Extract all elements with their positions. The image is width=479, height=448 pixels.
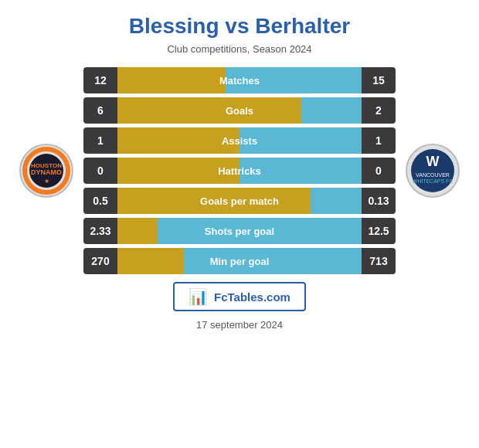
stat-row: 270Min per goal713 [83, 248, 396, 274]
stat-right-value: 2 [362, 104, 396, 117]
svg-text:DYNAMO: DYNAMO [31, 168, 62, 176]
stat-right-value: 713 [362, 255, 396, 267]
stat-label: Goals [226, 105, 253, 117]
stat-label: Min per goal [210, 256, 270, 267]
watermark-row: 📊 FcTables.com [173, 282, 306, 311]
watermark-text: FcTables.com [214, 290, 290, 304]
page-subtitle: Club competitions, Season 2024 [167, 43, 311, 55]
right-team-logo: W VANCOUVER WHITECAPS FC [402, 143, 464, 199]
stat-bar-area: Matches [117, 67, 362, 93]
stat-fill-right [240, 127, 362, 154]
stat-right-value: 12.5 [362, 225, 396, 237]
stat-left-value: 12 [83, 74, 117, 87]
dynamo-badge-svg: HOUSTON DYNAMO ★ [19, 143, 74, 199]
stat-left-value: 270 [83, 255, 117, 267]
page-container: Blessing vs Berhalter Club competitions,… [0, 0, 479, 448]
stat-label: Assists [222, 135, 257, 147]
stat-right-value: 0 [362, 165, 396, 177]
stat-row: 12Matches15 [83, 67, 396, 93]
stat-fill-left [117, 97, 301, 124]
svg-text:W: W [426, 154, 440, 169]
stat-left-value: 0.5 [83, 195, 117, 207]
left-team-logo: HOUSTON DYNAMO ★ [15, 143, 77, 199]
svg-text:VANCOUVER: VANCOUVER [416, 172, 450, 178]
stats-list: 12Matches156Goals21Assists10Hattricks00.… [83, 67, 396, 274]
stat-right-value: 1 [362, 134, 396, 147]
stat-bar-area: Min per goal [117, 248, 362, 274]
stat-bar-area: Shots per goal [117, 218, 362, 244]
stat-bar-area: Goals [117, 97, 362, 124]
comparison-section: HOUSTON DYNAMO ★ 12Matches156Goals21Assi… [15, 67, 464, 274]
stat-fill-right [311, 188, 362, 214]
stat-label: Matches [219, 75, 260, 87]
watermark-icon: 📊 [189, 287, 208, 306]
stat-label: Shots per goal [205, 226, 274, 237]
stat-bar-area: Assists [117, 127, 362, 154]
stat-label: Hattricks [218, 165, 261, 177]
stat-fill-right [301, 97, 362, 124]
stat-fill-left [117, 248, 183, 274]
stat-row: 1Assists1 [83, 127, 396, 154]
svg-text:WHITECAPS FC: WHITECAPS FC [413, 178, 454, 184]
page-title: Blessing vs Berhalter [129, 14, 350, 39]
stat-fill-left [117, 67, 225, 93]
stat-fill-left [117, 218, 157, 244]
date-footer: 17 september 2024 [196, 319, 283, 331]
svg-text:★: ★ [44, 178, 49, 185]
stat-label: Goals per match [200, 195, 279, 207]
stat-left-value: 1 [83, 134, 117, 147]
stat-row: 6Goals2 [83, 97, 396, 124]
stat-left-value: 2.33 [83, 225, 117, 237]
stat-bar-area: Goals per match [117, 188, 362, 214]
stat-right-value: 15 [362, 74, 396, 87]
watermark-box: 📊 FcTables.com [173, 282, 306, 311]
stat-right-value: 0.13 [362, 195, 396, 207]
stat-row: 0.5Goals per match0.13 [83, 188, 396, 214]
stat-row: 0Hattricks0 [83, 158, 396, 184]
stat-bar-area: Hattricks [117, 158, 362, 184]
stat-left-value: 6 [83, 104, 117, 117]
whitecaps-badge-svg: W VANCOUVER WHITECAPS FC [405, 143, 460, 199]
stat-left-value: 0 [83, 165, 117, 177]
stat-row: 2.33Shots per goal12.5 [83, 218, 396, 244]
